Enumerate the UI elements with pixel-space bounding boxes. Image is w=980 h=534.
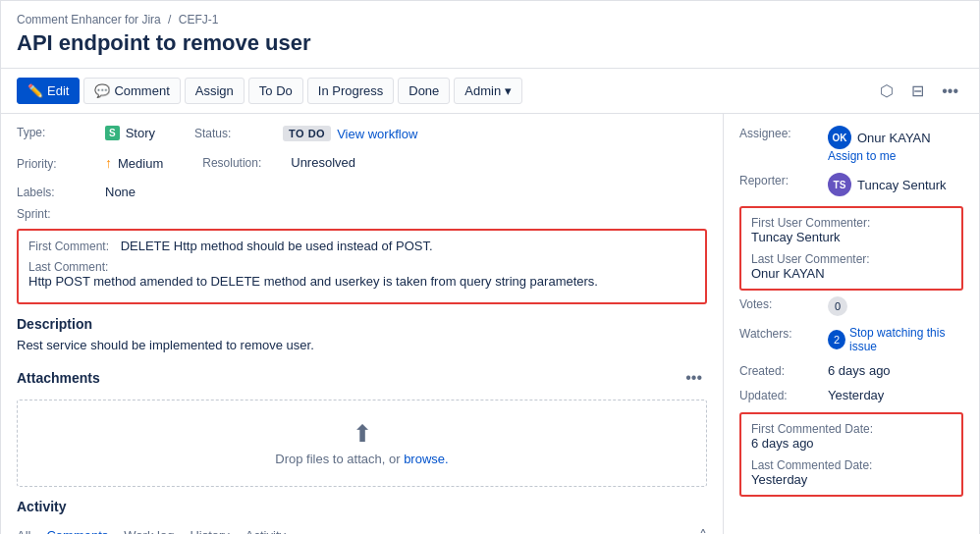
- activity-collapse-icon[interactable]: ˄: [699, 527, 707, 534]
- sprint-field: Sprint:: [17, 207, 707, 221]
- labels-field: Labels: None: [17, 185, 707, 199]
- breadcrumb-project[interactable]: Comment Enhancer for Jira: [17, 13, 161, 27]
- assign-button[interactable]: Assign: [185, 78, 245, 104]
- reporter-field: Reporter: TS Tuncay Senturk: [739, 173, 963, 196]
- last-comment-field: Last Comment: Http POST method amended t…: [28, 259, 695, 289]
- first-user-commenter-value: Tuncay Senturk: [751, 230, 952, 244]
- right-comment-box: First User Commenter: Tuncay Senturk Las…: [739, 206, 963, 291]
- assignee-name: Onur KAYAN: [857, 131, 931, 145]
- view-workflow-link[interactable]: View workflow: [337, 127, 417, 141]
- share-button[interactable]: ⬡: [875, 77, 898, 105]
- first-commented-date-value: 6 days ago: [751, 436, 952, 451]
- breadcrumb-issue-key[interactable]: CEFJ-1: [179, 13, 219, 27]
- reporter-avatar: TS: [828, 173, 851, 196]
- assign-to-me-link[interactable]: Assign to me: [828, 149, 931, 163]
- edit-button[interactable]: ✏️ Edit: [17, 78, 80, 104]
- upload-icon: ⬆: [37, 420, 686, 448]
- labels-value: None: [105, 185, 136, 199]
- activity-title: Activity: [17, 499, 707, 514]
- votes-field: Votes: 0: [739, 296, 963, 316]
- breadcrumb: Comment Enhancer for Jira / CEFJ-1: [1, 1, 979, 30]
- watch-button[interactable]: ⊟: [906, 77, 929, 105]
- resolution-field: Resolution: Unresolved: [202, 155, 355, 171]
- browse-link[interactable]: browse.: [404, 452, 449, 466]
- description-text: Rest service should be implemented to re…: [17, 338, 707, 352]
- last-user-commenter-value: Onur KAYAN: [751, 266, 952, 281]
- tab-activity[interactable]: Activity: [245, 520, 286, 534]
- votes-badge: 0: [828, 296, 847, 316]
- first-commented-date-field: First Commented Date: 6 days ago: [751, 422, 952, 451]
- tab-worklog[interactable]: Work log: [124, 520, 174, 534]
- done-button[interactable]: Done: [398, 78, 450, 104]
- comment-icon: 💬: [94, 83, 110, 98]
- assignee-avatar: OK: [828, 126, 851, 149]
- comment-button[interactable]: 💬 Comment: [83, 78, 180, 104]
- toolbar: ✏️ Edit 💬 Comment Assign To Do In Progre…: [1, 68, 979, 114]
- drop-zone[interactable]: ⬆ Drop files to attach, or browse.: [17, 400, 707, 487]
- toolbar-left: ✏️ Edit 💬 Comment Assign To Do In Progre…: [17, 78, 522, 104]
- last-commented-date-field: Last Commented Date: Yesterday: [751, 458, 952, 487]
- last-user-commenter-field: Last User Commenter: Onur KAYAN: [751, 252, 952, 281]
- status-field: Status: TO DO View workflow: [194, 126, 417, 141]
- resolution-value: Unresolved: [291, 155, 355, 170]
- tab-all[interactable]: All: [17, 520, 30, 534]
- right-dates-box: First Commented Date: 6 days ago Last Co…: [739, 412, 963, 497]
- first-comment-value: DELETE Http method should be used instea…: [121, 239, 433, 253]
- stop-watching-link[interactable]: Stop watching this issue: [849, 326, 963, 353]
- last-commented-date-value: Yesterday: [751, 472, 952, 487]
- breadcrumb-separator: /: [168, 13, 171, 27]
- story-icon: S: [105, 126, 120, 140]
- chevron-down-icon: ▾: [505, 83, 512, 98]
- type-field: Type: S Story: [17, 126, 155, 141]
- created-value: 6 days ago: [828, 363, 891, 378]
- main-content: Type: S Story Status: TO DO View workflo…: [1, 114, 979, 534]
- activity-tabs: All Comments Work log History Activity ˄: [17, 520, 707, 534]
- drop-text: Drop files to attach, or: [275, 452, 400, 466]
- in-progress-button[interactable]: In Progress: [307, 78, 394, 104]
- last-comment-value: Http POST method amended to DELETE metho…: [28, 274, 695, 289]
- watchers-badge: 2: [828, 330, 845, 349]
- description-title: Description: [17, 316, 707, 332]
- priority-icon: ↑: [105, 155, 112, 171]
- priority-value: Medium: [118, 156, 163, 171]
- priority-field: Priority: ↑ Medium: [17, 155, 163, 171]
- first-comment-field: First Comment: DELETE Http method should…: [28, 239, 695, 253]
- reporter-name: Tuncay Senturk: [857, 178, 947, 192]
- attachments-header: Attachments •••: [17, 364, 707, 392]
- comment-enhancer-box: First Comment: DELETE Http method should…: [17, 229, 707, 304]
- type-value: Story: [126, 126, 155, 140]
- tab-history[interactable]: History: [190, 520, 229, 534]
- left-panel: Type: S Story Status: TO DO View workflo…: [1, 114, 724, 534]
- edit-icon: ✏️: [27, 83, 43, 98]
- admin-button[interactable]: Admin ▾: [454, 78, 522, 104]
- toolbar-right: ⬡ ⊟ •••: [875, 77, 963, 105]
- tab-comments[interactable]: Comments: [46, 520, 108, 534]
- todo-button[interactable]: To Do: [248, 78, 303, 104]
- watchers-field: Watchers: 2 Stop watching this issue: [739, 326, 963, 353]
- attachments-title: Attachments: [17, 370, 100, 386]
- first-user-commenter-field: First User Commenter: Tuncay Senturk: [751, 216, 952, 244]
- updated-field: Updated: Yesterday: [739, 388, 963, 402]
- attachments-more-button[interactable]: •••: [681, 364, 707, 392]
- status-badge: TO DO: [283, 126, 331, 141]
- issue-title: API endpoint to remove user: [1, 30, 979, 68]
- updated-value: Yesterday: [828, 388, 884, 402]
- assignee-field: Assignee: OK Onur KAYAN Assign to me: [739, 126, 963, 163]
- more-button[interactable]: •••: [937, 78, 963, 105]
- right-panel: Assignee: OK Onur KAYAN Assign to me Rep…: [724, 114, 979, 534]
- created-field: Created: 6 days ago: [739, 363, 963, 378]
